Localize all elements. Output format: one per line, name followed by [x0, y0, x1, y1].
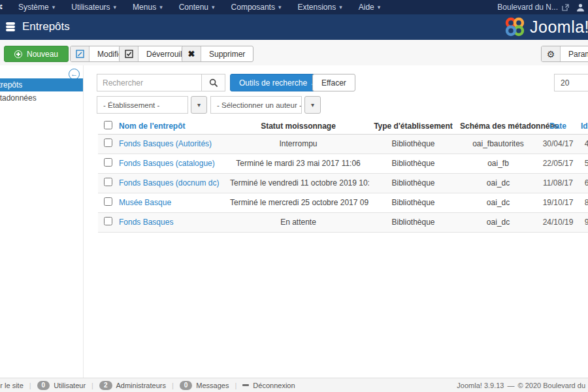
establishment-type: Bibliothèque	[369, 173, 457, 193]
statusbar: Voir le site 0 Utilisateur 2 Administrat…	[0, 378, 588, 392]
divider	[91, 382, 93, 389]
collapse-sidebar-icon[interactable]	[69, 69, 80, 80]
menu-composants[interactable]: Composants	[231, 3, 282, 12]
table-header-row: Nom de l'entrepôt Statut moissonnage Typ…	[98, 118, 588, 134]
list-limit-select[interactable]: 20	[554, 74, 588, 91]
table-row: Fonds Basques (docnum dc) Terminé le ven…	[98, 173, 588, 193]
users-status-link[interactable]: 0 Utilisateur	[37, 381, 86, 390]
admin-menu: Système Utilisateurs Menus Contenu Compo…	[18, 0, 380, 14]
select-all-checkbox[interactable]	[104, 121, 112, 129]
sidebar-item-metadonnees[interactable]: Métadonnées	[0, 91, 83, 105]
x-icon: ✖	[188, 49, 195, 59]
version-copyright: Joomla! 3.9.13 — © 2020 Boulevard du	[457, 378, 585, 392]
table-row: Musée Basque Terminé le mercredi 25 octo…	[98, 193, 588, 212]
column-header-schema: Schéma des métadonnées	[457, 118, 539, 134]
user-menu-icon[interactable]	[576, 3, 585, 12]
row-checkbox[interactable]	[104, 217, 112, 225]
logout-link[interactable]: Déconnexion	[242, 382, 295, 389]
toolbar: Nouveau Modifier Déverrouiller ✖ Supprim…	[0, 40, 588, 65]
chevron-down-icon[interactable]	[191, 96, 207, 114]
establishment-type: Bibliothèque	[369, 134, 457, 154]
menu-utilisateurs[interactable]: Utilisateurs	[71, 3, 116, 12]
menu-aide[interactable]: Aide	[359, 3, 381, 12]
establishment-type: Bibliothèque	[369, 154, 457, 173]
row-date: 24/10/19	[539, 212, 577, 232]
admins-count-badge: 2	[99, 381, 112, 390]
chevron-down-icon[interactable]	[304, 96, 321, 114]
harvest-status: Terminé le vendredi 11 octobre 2019 10:4…	[227, 173, 369, 193]
sidebar-item-entrepots[interactable]: Entrepôts	[0, 78, 83, 91]
repository-link[interactable]: Musée Basque	[119, 198, 171, 207]
menu-systeme[interactable]: Système	[18, 3, 55, 12]
establishment-filter-select[interactable]: - Établissement -	[97, 96, 207, 114]
row-date: 19/10/17	[539, 193, 577, 212]
page-title: Entrepôts	[22, 20, 70, 33]
row-id: 4	[577, 134, 588, 154]
metadata-schema: oai_dc	[457, 173, 539, 193]
logout-icon	[242, 384, 249, 386]
joomla-logo-icon	[504, 16, 525, 37]
harvest-status: Terminé le mercredi 25 octobre 2017 09:1…	[227, 193, 369, 212]
external-link-icon	[562, 4, 569, 11]
preview-site-link[interactable]: Boulevard du N...	[497, 3, 569, 12]
search-button[interactable]	[201, 74, 225, 91]
delete-button[interactable]: ✖ Supprimer	[182, 46, 253, 62]
divider	[235, 382, 237, 389]
row-checkbox[interactable]	[104, 158, 112, 167]
harvest-status: Terminé le mardi 23 mai 2017 11:06	[227, 154, 369, 173]
repository-link[interactable]: Fonds Basques (docnum dc)	[119, 178, 219, 188]
joomla-wordmark: Joomla!	[530, 18, 588, 37]
sidebar: Entrepôts Métadonnées	[0, 65, 84, 378]
menu-contenu[interactable]: Contenu	[179, 3, 215, 12]
repository-link[interactable]: Fonds Basques	[119, 218, 173, 227]
edit-icon	[76, 50, 84, 58]
database-icon	[5, 22, 16, 32]
metadata-schema: oai_fbautorites	[457, 134, 539, 154]
messages-status-link[interactable]: 0 Messages	[180, 381, 229, 390]
row-date: 30/04/17	[539, 134, 577, 154]
metadata-schema: oai_dc	[457, 193, 539, 212]
metadata-schema: oai_fb	[457, 154, 539, 173]
search-tools-button[interactable]: Outils de recherche	[230, 74, 324, 91]
row-date: 11/08/17	[539, 173, 577, 193]
row-checkbox[interactable]	[104, 139, 112, 147]
repositories-table: Nom de l'entrepôt Statut moissonnage Typ…	[98, 118, 588, 233]
establishment-type: Bibliothèque	[369, 212, 457, 232]
repository-link[interactable]: Fonds Basques (catalogue)	[119, 159, 215, 168]
joomla-favicon-icon: ✻	[0, 1, 3, 13]
harvest-status: En attente	[227, 212, 369, 232]
messages-count-badge: 0	[180, 381, 193, 390]
repository-link[interactable]: Fonds Basques (Autorités)	[119, 139, 212, 148]
page-titlebar: Entrepôts Joomla!	[0, 14, 588, 40]
table-row: Fonds Basques (catalogue) Terminé le mar…	[98, 154, 588, 173]
menu-extensions[interactable]: Extensions	[297, 3, 342, 12]
plus-icon	[14, 50, 22, 58]
establishment-type: Bibliothèque	[369, 193, 457, 212]
menu-menus[interactable]: Menus	[133, 3, 163, 12]
column-header-type: Type d'établissement	[369, 118, 457, 134]
checkbox-check-icon	[125, 50, 133, 58]
author-filter-select[interactable]: - Sélectionner un auteur -	[210, 96, 321, 114]
users-count-badge: 0	[37, 381, 50, 390]
column-header-status: Statut moissonnage	[227, 118, 369, 134]
column-header-name[interactable]: Nom de l'entrepôt	[116, 118, 227, 134]
harvest-status: Interrompu	[227, 134, 369, 154]
row-id: 5	[577, 154, 588, 173]
options-button[interactable]: ⚙ Paramètres	[541, 46, 588, 62]
metadata-schema: oai_dc	[457, 212, 539, 232]
table-row: Fonds Basques (Autorités) Interrompu Bib…	[98, 134, 588, 154]
clear-button[interactable]: Effacer	[312, 74, 355, 91]
admins-status-link[interactable]: 2 Administrateurs	[99, 381, 166, 390]
view-site-link[interactable]: Voir le site	[0, 382, 24, 389]
row-id: 8	[577, 193, 588, 212]
new-button[interactable]: Nouveau	[4, 46, 69, 62]
column-header-id[interactable]: Id	[577, 118, 588, 134]
row-checkbox[interactable]	[104, 178, 112, 186]
gear-icon: ⚙	[547, 49, 555, 59]
row-checkbox[interactable]	[104, 197, 112, 206]
row-id: 6	[577, 173, 588, 193]
table-row: Fonds Basques En attente Bibliothèque oa…	[98, 212, 588, 232]
search-input[interactable]	[97, 74, 202, 91]
joomla-brand: Joomla!	[504, 16, 588, 37]
divider	[29, 382, 31, 389]
